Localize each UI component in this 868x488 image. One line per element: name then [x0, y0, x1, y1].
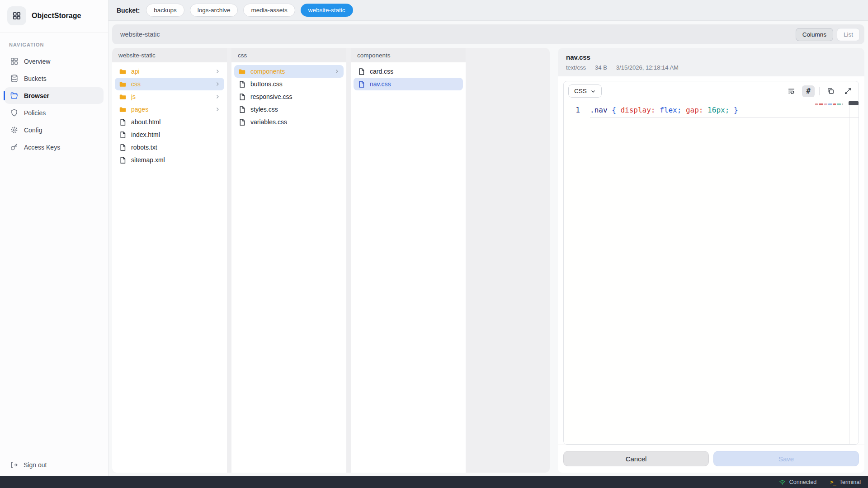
miller-columns: website-staticapicssjspagesabout.htmlind…	[112, 48, 550, 473]
folder-row-api[interactable]: api	[115, 65, 224, 78]
folder-row-components[interactable]: components	[234, 65, 344, 78]
folder-icon	[119, 80, 127, 88]
bucket-title-bar: website-static Columns List	[112, 24, 864, 44]
sidebar-item-access-keys[interactable]: Access Keys	[5, 139, 104, 155]
sidebar-item-label: Config	[24, 127, 42, 134]
entry-name: pages	[131, 106, 210, 113]
file-preview-panel: nav.css text/css 34 B 3/15/2026, 12:18:1…	[558, 48, 864, 473]
database-icon	[10, 74, 19, 83]
folder-open-icon	[10, 91, 19, 100]
expand-icon	[844, 87, 852, 95]
copy-icon	[827, 87, 835, 95]
folder-row-pages[interactable]: pages	[115, 103, 224, 116]
code-content: .nav { display: flex; gap: 16px; }	[590, 106, 859, 118]
file-icon	[119, 156, 127, 164]
chevron-down-icon	[590, 89, 596, 94]
word-wrap-button[interactable]	[785, 85, 797, 97]
bucket-chip-media-assets[interactable]: media-assets	[243, 4, 295, 17]
column-body: componentsbuttons.cssresponsive.cssstyle…	[231, 62, 346, 131]
column-body: apicssjspagesabout.htmlindex.htmlrobots.…	[112, 62, 227, 169]
file-row-variables.css[interactable]: variables.css	[234, 116, 344, 128]
key-icon	[10, 143, 19, 151]
entry-name: css	[131, 80, 210, 88]
code-token: 16px;	[708, 106, 734, 114]
connection-status-label: Connected	[789, 479, 816, 485]
file-row-buttons.css[interactable]: buttons.css	[234, 78, 344, 90]
file-row-styles.css[interactable]: styles.css	[234, 103, 344, 116]
code-token: flex;	[660, 106, 686, 114]
file-row-sitemap.xml[interactable]: sitemap.xml	[115, 154, 224, 166]
editor-toolbar: CSS	[564, 81, 859, 101]
chevron-right-icon	[215, 69, 220, 74]
nav-section-label: NAVIGATION	[9, 42, 104, 47]
sign-out-icon	[10, 461, 18, 469]
code-editor-surface[interactable]: 1 .nav { display: flex; gap: 16px; }	[564, 101, 859, 444]
file-row-responsive.css[interactable]: responsive.css	[234, 90, 344, 103]
terminal-icon: >_	[830, 479, 835, 485]
editor-scrollbar-thumb[interactable]	[849, 101, 859, 105]
entry-name: buttons.css	[250, 80, 340, 88]
entry-name: card.css	[370, 68, 459, 75]
sidebar-item-buckets[interactable]: Buckets	[5, 70, 104, 87]
preview-mime-type: text/css	[566, 64, 586, 71]
editor-tools: #	[785, 85, 854, 97]
preview-file-name: nav.css	[566, 53, 856, 61]
code-token: }	[734, 106, 738, 114]
file-row-about.html[interactable]: about.html	[115, 116, 224, 128]
entry-name: components	[250, 68, 330, 75]
bucket-bar-label: Bucket:	[117, 7, 140, 14]
code-token: .nav	[590, 106, 612, 114]
code-token: {	[612, 106, 620, 114]
terminal-button[interactable]: >_ Terminal	[830, 479, 861, 485]
columns-view-button[interactable]: Columns	[796, 28, 833, 41]
bucket-chip-website-static[interactable]: website-static	[301, 4, 353, 17]
file-icon	[238, 106, 246, 113]
shield-icon	[10, 108, 19, 117]
folder-icon	[238, 68, 246, 75]
cancel-button[interactable]: Cancel	[563, 451, 709, 466]
code-line: 1 .nav { display: flex; gap: 16px; }	[564, 101, 859, 118]
wifi-icon	[779, 479, 786, 486]
gear-icon	[10, 126, 19, 134]
app-logo: ObjectStorage	[0, 0, 108, 33]
file-row-nav.css[interactable]: nav.css	[354, 78, 463, 90]
sidebar-item-browser[interactable]: Browser	[5, 87, 104, 104]
list-view-button[interactable]: List	[837, 28, 860, 41]
sidebar-item-config[interactable]: Config	[5, 122, 104, 138]
file-row-card.css[interactable]: card.css	[354, 65, 463, 78]
app-window: ObjectStorage NAVIGATION OverviewBuckets…	[0, 0, 868, 476]
preview-meta: text/css 34 B 3/15/2026, 12:18:14 AM	[566, 64, 856, 71]
bucket-chip-backups[interactable]: backups	[146, 4, 184, 17]
nav-list: OverviewBucketsBrowserPoliciesConfigAcce…	[5, 53, 104, 156]
file-row-index.html[interactable]: index.html	[115, 128, 224, 141]
code-token: display:	[620, 106, 660, 114]
entry-name: about.html	[131, 118, 220, 126]
word-wrap-icon	[788, 87, 795, 95]
save-button[interactable]: Save	[713, 451, 859, 466]
status-bar: Connected >_ Terminal	[0, 476, 868, 488]
entry-name: api	[131, 68, 210, 75]
sign-out-label: Sign out	[24, 461, 47, 469]
file-icon	[238, 80, 246, 88]
language-select[interactable]: CSS	[568, 84, 602, 98]
hash-icon: #	[806, 87, 811, 95]
line-numbers-button[interactable]: #	[802, 85, 815, 97]
copy-button[interactable]	[824, 85, 837, 97]
bucket-chip-logs-archive[interactable]: logs-archive	[190, 4, 238, 17]
file-icon	[358, 80, 365, 88]
folder-row-js[interactable]: js	[115, 90, 224, 103]
bucket-chip-row: backupslogs-archivemedia-assetswebsite-s…	[146, 4, 353, 17]
file-icon	[358, 68, 365, 75]
bucket-bar: Bucket: backupslogs-archivemedia-assetsw…	[108, 0, 868, 21]
folder-row-css[interactable]: css	[115, 78, 224, 90]
file-row-robots.txt[interactable]: robots.txt	[115, 141, 224, 154]
file-icon	[119, 118, 127, 126]
file-icon	[238, 118, 246, 126]
chevron-right-icon	[215, 81, 220, 87]
sidebar-item-policies[interactable]: Policies	[5, 104, 104, 121]
sign-out-button[interactable]: Sign out	[0, 455, 108, 476]
chevron-right-icon	[215, 94, 220, 99]
expand-button[interactable]	[841, 85, 854, 97]
language-select-value: CSS	[574, 88, 587, 94]
sidebar-item-overview[interactable]: Overview	[5, 53, 104, 70]
